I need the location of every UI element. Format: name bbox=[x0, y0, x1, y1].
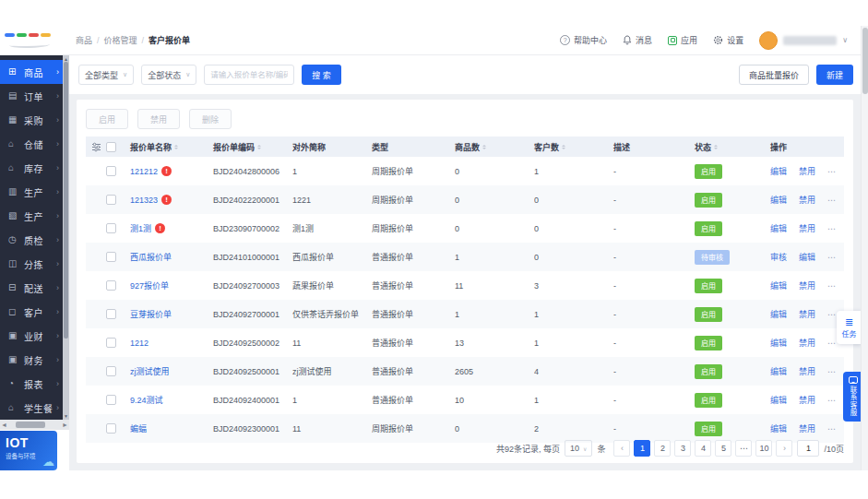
sort-icon[interactable] bbox=[482, 145, 486, 149]
scrollbar-thumb[interactable] bbox=[16, 422, 45, 428]
quote-name-link[interactable]: 9.24测试 bbox=[130, 394, 163, 406]
row-more-button[interactable]: ⋯ bbox=[827, 396, 837, 405]
app-logo[interactable] bbox=[0, 26, 69, 54]
row-action-link[interactable]: 编辑 bbox=[770, 394, 787, 406]
page-jump-input[interactable] bbox=[797, 440, 819, 457]
quote-name-link[interactable]: 豆芽报价单 bbox=[130, 308, 172, 320]
page-button[interactable]: 3 bbox=[674, 440, 691, 457]
row-action-link[interactable]: 禁用 bbox=[799, 165, 815, 177]
quote-name-link[interactable]: 121323 bbox=[130, 196, 158, 205]
page-button[interactable]: 10 bbox=[755, 440, 772, 457]
row-action-link[interactable]: 编辑 bbox=[770, 165, 787, 177]
sidebar-item-quality-check[interactable]: ◷质检› bbox=[0, 228, 69, 252]
sort-icon[interactable] bbox=[257, 145, 261, 149]
row-checkbox[interactable] bbox=[106, 280, 116, 291]
scrollbar-thumb[interactable] bbox=[862, 28, 868, 94]
column-header-status[interactable]: 状态 bbox=[695, 141, 770, 153]
row-checkbox[interactable] bbox=[106, 395, 116, 405]
row-action-link[interactable]: 禁用 bbox=[799, 308, 815, 320]
row-more-button[interactable]: ⋯ bbox=[827, 167, 837, 176]
prev-page-button[interactable]: ‹ bbox=[613, 440, 630, 457]
row-action-link[interactable]: 禁用 bbox=[799, 365, 815, 377]
scrollbar-thumb[interactable] bbox=[64, 62, 68, 339]
row-more-button[interactable]: ⋯ bbox=[827, 253, 837, 262]
sidebar-item-purchase[interactable]: ▦采购› bbox=[0, 108, 69, 132]
sidebar-item-delivery[interactable]: ⊟配送› bbox=[0, 276, 69, 300]
sidebar-item-student-meal[interactable]: ⌂学生餐› bbox=[0, 396, 69, 420]
row-action-link[interactable]: 禁用 bbox=[799, 422, 815, 434]
row-more-button[interactable]: ⋯ bbox=[827, 424, 837, 434]
row-action-link[interactable]: 禁用 bbox=[799, 222, 815, 234]
help-center-button[interactable]: ? 帮助中心 bbox=[560, 34, 607, 46]
sidebar-item-business-finance[interactable]: ▣业财› bbox=[0, 324, 69, 348]
quote-name-link[interactable]: 测1测 bbox=[130, 222, 151, 234]
sidebar-item-sorting[interactable]: ◫分拣› bbox=[0, 252, 69, 276]
scroll-right-icon[interactable]: ► bbox=[61, 420, 69, 430]
create-button[interactable]: 新建 bbox=[816, 65, 853, 85]
sidebar-item-production[interactable]: ▥生产› bbox=[0, 180, 69, 204]
settings-button[interactable]: 设置 bbox=[713, 34, 743, 46]
apps-button[interactable]: 应用 bbox=[668, 34, 697, 46]
sidebar-item-customers[interactable]: ◻客户› bbox=[0, 300, 69, 324]
row-more-button[interactable]: ⋯ bbox=[827, 224, 837, 233]
row-checkbox[interactable] bbox=[106, 338, 116, 348]
iot-widget[interactable]: IOT 设备与环境 ☁ bbox=[0, 431, 57, 470]
page-button[interactable]: 4 bbox=[695, 440, 711, 457]
row-checkbox[interactable] bbox=[106, 223, 116, 233]
row-checkbox[interactable] bbox=[106, 366, 116, 376]
row-action-link[interactable]: 禁用 bbox=[799, 337, 815, 349]
sidebar-item-inventory[interactable]: ⌂库存› bbox=[0, 156, 69, 180]
row-more-button[interactable]: ⋯ bbox=[827, 310, 837, 319]
row-action-link[interactable]: 审核 bbox=[770, 251, 787, 263]
user-menu[interactable]: ∨ bbox=[759, 31, 848, 50]
quote-name-link[interactable]: 1212 bbox=[130, 339, 149, 348]
sidebar-item-orders[interactable]: ▤订单› bbox=[0, 84, 69, 108]
row-action-link[interactable]: 编辑 bbox=[770, 422, 787, 434]
page-button[interactable]: 2 bbox=[654, 440, 671, 457]
next-page-button[interactable]: › bbox=[776, 440, 792, 457]
column-header-customers[interactable]: 客户数 bbox=[534, 141, 613, 153]
quote-name-link[interactable]: zj测试使用 bbox=[130, 365, 170, 377]
breadcrumb-item[interactable]: 商品 bbox=[76, 34, 92, 46]
sidebar-horizontal-scrollbar[interactable]: ◄ ► bbox=[0, 420, 69, 430]
row-action-link[interactable]: 禁用 bbox=[799, 394, 815, 406]
quote-name-link[interactable]: 蝙蝠 bbox=[130, 422, 147, 434]
row-more-button[interactable]: ⋯ bbox=[827, 196, 837, 205]
sidebar-vertical-scrollbar[interactable]: ▲ ▼ bbox=[63, 55, 69, 420]
breadcrumb-item[interactable]: 价格管理 bbox=[104, 34, 137, 46]
page-ellipsis[interactable]: ⋯ bbox=[735, 440, 752, 457]
sidebar-item-warehouse[interactable]: ⌂仓储› bbox=[0, 132, 69, 156]
row-action-link[interactable]: 禁用 bbox=[799, 279, 815, 291]
search-input[interactable] bbox=[204, 65, 294, 85]
select-all-checkbox[interactable] bbox=[106, 142, 116, 152]
sort-icon[interactable] bbox=[174, 145, 178, 149]
scroll-left-icon[interactable]: ◄ bbox=[0, 420, 8, 430]
quote-name-link[interactable]: 西瓜报价单 bbox=[130, 251, 172, 263]
search-button[interactable]: 搜 索 bbox=[302, 65, 341, 85]
contact-service-button[interactable]: 联系客服 bbox=[843, 372, 862, 422]
quote-name-link[interactable]: 121212 bbox=[130, 167, 158, 176]
row-checkbox[interactable] bbox=[106, 309, 116, 319]
row-action-link[interactable]: 禁用 bbox=[799, 194, 815, 206]
row-action-link[interactable]: 编辑 bbox=[770, 365, 787, 377]
row-more-button[interactable]: ⋯ bbox=[827, 367, 837, 376]
row-checkbox[interactable] bbox=[106, 195, 116, 205]
delete-button[interactable]: 删除 bbox=[189, 109, 232, 129]
row-action-link[interactable]: 编辑 bbox=[770, 337, 787, 349]
disable-button[interactable]: 禁用 bbox=[137, 109, 180, 129]
row-action-link[interactable]: 编辑 bbox=[770, 308, 787, 320]
task-float-button[interactable]: ≣ 任务 bbox=[837, 311, 862, 344]
messages-button[interactable]: 消息 bbox=[623, 34, 652, 46]
sidebar-item-reports[interactable]: ◔报表› bbox=[0, 372, 69, 396]
page-size-select[interactable]: 10 ∨ bbox=[565, 440, 592, 457]
batch-quote-button[interactable]: 商品批量报价 bbox=[739, 65, 809, 85]
column-header-code[interactable]: 报价单编码 bbox=[213, 141, 292, 153]
page-button[interactable]: 5 bbox=[715, 440, 731, 457]
scroll-down-icon[interactable]: ▼ bbox=[63, 413, 69, 419]
sort-icon[interactable] bbox=[714, 145, 718, 149]
page-button[interactable]: 1 bbox=[634, 440, 650, 457]
sort-icon[interactable] bbox=[562, 145, 565, 149]
page-vertical-scrollbar[interactable] bbox=[861, 26, 868, 470]
enable-button[interactable]: 启用 bbox=[86, 109, 128, 129]
row-more-button[interactable]: ⋯ bbox=[827, 281, 837, 291]
